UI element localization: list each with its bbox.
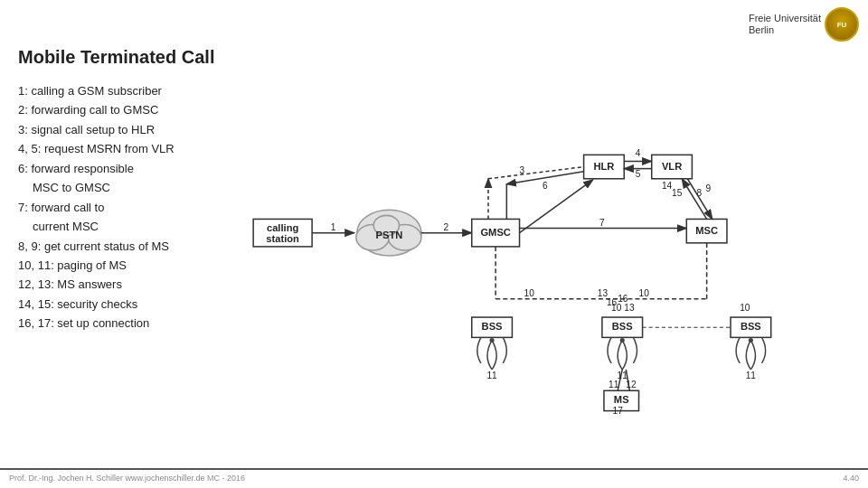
desc-line-5b: MSC to GMSC xyxy=(18,178,175,197)
desc-line-1: 1: calling a GSM subscriber xyxy=(18,81,175,100)
svg-text:10: 10 xyxy=(524,288,535,298)
desc-line-3: 3: signal call setup to HLR xyxy=(18,120,175,139)
logo-text: Freie Universität Berlin xyxy=(749,13,821,36)
svg-text:2: 2 xyxy=(444,222,449,232)
svg-text:10: 10 xyxy=(611,303,622,313)
svg-text:BSS: BSS xyxy=(612,321,633,332)
desc-line-5: 6: forward responsible xyxy=(18,159,175,178)
svg-text:GMSC: GMSC xyxy=(480,227,510,238)
svg-text:17: 17 xyxy=(613,406,624,416)
svg-text:9: 9 xyxy=(706,183,712,193)
logo-area: Freie Universität Berlin FU xyxy=(749,7,859,42)
desc-line-2: 2: forwarding call to GMSC xyxy=(18,100,175,119)
logo-line1: Freie Universität xyxy=(749,13,821,24)
svg-line-16 xyxy=(488,167,584,179)
svg-text:14: 14 xyxy=(662,181,673,191)
svg-text:BSS: BSS xyxy=(741,321,761,332)
desc-line-8: 10, 11: paging of MS xyxy=(18,256,175,275)
svg-text:1: 1 xyxy=(331,222,336,232)
svg-text:MSC: MSC xyxy=(695,225,718,236)
diagram: calling station 1 PSTN 2 GMSC HLR VLR 3 xyxy=(244,72,850,434)
svg-text:13: 13 xyxy=(624,303,635,313)
svg-text:MS: MS xyxy=(614,394,629,405)
desc-line-9: 12, 13: MS answers xyxy=(18,275,175,294)
svg-point-43 xyxy=(490,338,495,343)
svg-text:VLR: VLR xyxy=(662,161,682,172)
svg-text:10: 10 xyxy=(740,303,750,313)
svg-text:16: 16 xyxy=(618,294,628,304)
svg-text:HLR: HLR xyxy=(593,161,614,172)
footer-right: 4.40 xyxy=(843,474,859,483)
footer-left: Prof. Dr.-Ing. Jochen H. Schiller www.jo… xyxy=(9,474,245,483)
svg-point-46 xyxy=(620,338,625,343)
desc-line-7: 8, 9: get current status of MS xyxy=(18,237,175,256)
svg-text:6: 6 xyxy=(542,181,548,191)
description: 1: calling a GSM subscriber 2: forwardin… xyxy=(18,81,175,333)
svg-text:BSS: BSS xyxy=(482,321,503,332)
svg-text:station: station xyxy=(266,233,299,244)
desc-line-10: 14, 15: security checks xyxy=(18,295,175,314)
svg-text:15: 15 xyxy=(672,188,683,198)
svg-text:10: 10 xyxy=(639,288,650,298)
logo-line2: Berlin xyxy=(749,24,821,36)
desc-line-4: 4, 5: request MSRN from VLR xyxy=(18,139,175,158)
page-title: Mobile Terminated Call xyxy=(18,47,214,68)
svg-text:7: 7 xyxy=(599,218,605,228)
svg-text:calling: calling xyxy=(267,222,299,233)
bottom-divider xyxy=(0,468,868,470)
svg-point-52 xyxy=(749,338,753,343)
svg-text:8: 8 xyxy=(696,188,702,198)
svg-text:3: 3 xyxy=(520,165,525,175)
svg-text:PSTN: PSTN xyxy=(376,230,403,240)
svg-text:5: 5 xyxy=(636,169,641,179)
desc-line-6: 7: forward call to xyxy=(18,198,175,217)
logo-circle: FU xyxy=(825,7,859,42)
desc-line-6b: current MSC xyxy=(18,217,175,236)
desc-line-11: 16, 17: set up connection xyxy=(18,314,175,333)
svg-text:12: 12 xyxy=(626,380,637,389)
svg-text:11: 11 xyxy=(746,371,757,380)
svg-line-28 xyxy=(682,179,706,220)
svg-line-12 xyxy=(520,180,593,233)
svg-text:4: 4 xyxy=(636,148,641,158)
svg-text:11: 11 xyxy=(486,371,497,380)
svg-text:11: 11 xyxy=(609,380,619,389)
